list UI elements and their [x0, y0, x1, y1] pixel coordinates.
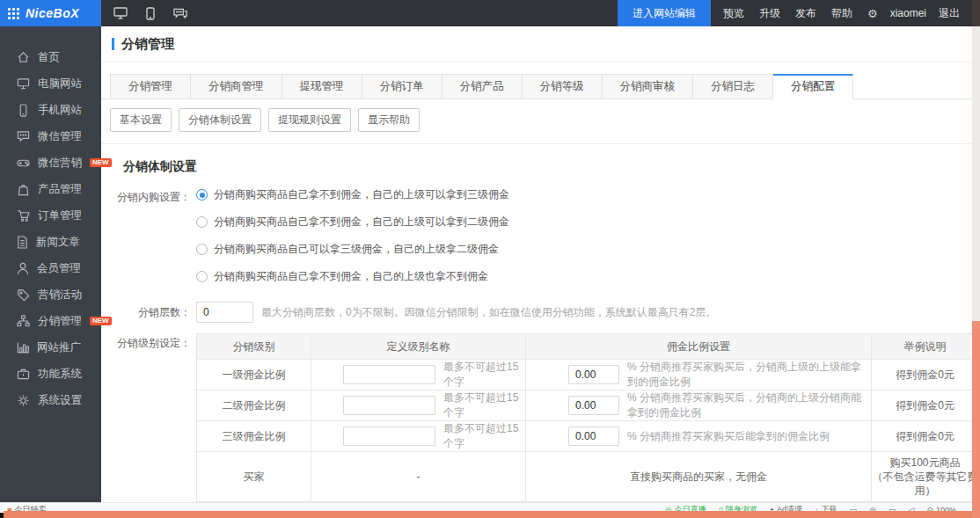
main-content: 分销管理 分销管理 分销商管理 提现管理 分销订单 分销产品 分销等级 分销商审…: [101, 26, 972, 502]
level1-rate-input[interactable]: [568, 365, 619, 384]
distribution-system-settings-button[interactable]: 分销体制设置: [179, 108, 261, 132]
system-section-title: 分销体制设置: [123, 159, 972, 175]
app-logo[interactable]: NiceBoX: [0, 0, 101, 26]
tag-icon: [17, 288, 30, 302]
level2-rate-input[interactable]: [568, 396, 619, 415]
sidebar-item-wechat-mgmt[interactable]: 微信管理: [0, 123, 101, 150]
col-header-name: 定义级别名称: [311, 334, 526, 360]
distribution-system-form: 分销内购设置： 分销商购买商品自己拿不到佣金，自己的上级可以拿到三级佣金 分销商…: [101, 187, 972, 502]
sidebar-item-order-mgmt[interactable]: 订单管理: [0, 202, 101, 229]
tab-distribution-levels[interactable]: 分销等级: [523, 74, 603, 99]
monitor-icon: [17, 77, 30, 90]
levels-hint: 最大分销商层数，0为不限制。因微信分销限制，如在微信使用分销功能，系统默认最高只…: [261, 305, 716, 320]
grade-setting-row: 分销级别设定： 分销级别 定义级别名称 佣金比例设置 举例说明 一级佣金比例 最…: [108, 333, 972, 502]
sidebar-item-marketing-activity[interactable]: 营销活动: [0, 281, 101, 308]
radio-group: 分销商购买商品自己拿不到佣金，自己的上级可以拿到三级佣金 分销商购买商品自己拿不…: [196, 187, 509, 296]
help-link[interactable]: 帮助: [831, 6, 852, 21]
upgrade-link[interactable]: 升级: [759, 6, 780, 21]
sidebar-item-site-promotion[interactable]: 网站推广: [0, 334, 101, 361]
shopping-bag-icon: [17, 183, 30, 196]
page-title-row: 分销管理: [101, 26, 972, 62]
bottom-orange-bar: [4, 511, 972, 518]
table-header-row: 分销级别 定义级别名称 佣金比例设置 举例说明: [197, 334, 973, 360]
preview-link[interactable]: 预览: [723, 6, 744, 21]
tab-distribution-orders[interactable]: 分销订单: [362, 74, 442, 99]
user-area: xiaomei 退出: [890, 0, 972, 26]
tab-distribution-products[interactable]: 分销产品: [442, 74, 523, 99]
sitemap-icon: [17, 315, 30, 327]
page-title: 分销管理: [121, 36, 174, 53]
new-badge: NEW: [90, 317, 112, 325]
radio-selected-icon[interactable]: [196, 189, 208, 201]
sidebar-item-function-system[interactable]: 功能系统: [0, 361, 101, 387]
withdrawal-rules-settings-button[interactable]: 提现规则设置: [268, 108, 351, 132]
radio-option-1[interactable]: 分销商购买商品自己拿不到佣金，自己的上级可以拿到三级佣金: [196, 187, 509, 202]
subtabs-row: 基本设置 分销体制设置 提现规则设置 显示帮助: [101, 99, 972, 132]
home-icon: [17, 51, 30, 63]
radio-option-4[interactable]: 分销商购买商品自己拿不到佣金，自己的上级也拿不到佣金: [196, 269, 509, 284]
internal-purchase-row: 分销内购设置： 分销商购买商品自己拿不到佣金，自己的上级可以拿到三级佣金 分销商…: [108, 187, 972, 296]
grade-label: 分销级别设定：: [108, 333, 191, 351]
table-row-level3: 三级佣金比例 最多不可超过15个字 % 分销商推荐买家购买后能拿到的佣金比例 得…: [197, 421, 973, 452]
publish-link[interactable]: 发布: [795, 6, 816, 21]
level1-name-input[interactable]: [343, 365, 435, 384]
tab-distribution-config[interactable]: 分销配置: [773, 74, 853, 99]
basic-settings-button[interactable]: 基本设置: [110, 108, 172, 132]
level3-example: 得到佣金0元: [872, 421, 973, 452]
levels-input[interactable]: [196, 302, 253, 323]
logout-link[interactable]: 退出: [939, 6, 960, 21]
sidebar-item-wechat-marketing[interactable]: 微信营销 NEW: [0, 150, 101, 176]
level2-example: 得到佣金0元: [872, 390, 973, 421]
radio-unselected-icon[interactable]: [196, 244, 208, 255]
table-row-level2: 二级佣金比例 最多不可超过15个字 % 分销商推荐买家购买后，分销商的上级分销商…: [197, 390, 973, 421]
gear-icon: [17, 394, 30, 407]
divider: [101, 143, 972, 144]
table-row-level1: 一级佣金比例 最多不可超过15个字 % 分销商推荐买家购买后，分销商上级的上级能…: [197, 360, 973, 390]
tab-withdrawal-mgmt[interactable]: 提现管理: [282, 74, 362, 99]
apps-grid-icon[interactable]: [8, 8, 19, 19]
sidebar-item-member-mgmt[interactable]: 会员管理: [0, 255, 101, 281]
username[interactable]: xiaomei: [890, 7, 926, 19]
device-switcher: [101, 0, 187, 26]
col-header-level: 分销级别: [197, 334, 311, 360]
sidebar: 首页 电脑网站 手机网站 微信管理 微信营销 NEW 产品管理 订单管理 新闻文…: [0, 26, 101, 503]
radio-unselected-icon[interactable]: [196, 216, 208, 228]
level2-name-input[interactable]: [343, 396, 435, 415]
smartphone-icon: [17, 104, 30, 117]
internal-purchase-label: 分销内购设置：: [108, 187, 191, 205]
briefcase-icon: [17, 368, 30, 380]
new-badge: NEW: [90, 158, 112, 167]
levels-label: 分销层数：: [108, 305, 191, 320]
level3-rate-input[interactable]: [568, 427, 619, 446]
desktop-site-icon[interactable]: [113, 6, 128, 20]
mobile-site-icon[interactable]: [143, 6, 157, 20]
wechat-chat-icon[interactable]: [173, 6, 187, 20]
header-right: 进入网站编辑 预览 升级 发布 帮助 ⚙ xiaomei 退出: [618, 0, 972, 26]
col-header-example: 举例说明: [872, 334, 973, 360]
document-icon: [17, 236, 28, 249]
sidebar-item-mobile-site[interactable]: 手机网站: [0, 97, 101, 123]
level3-name-input[interactable]: [343, 427, 435, 446]
tab-distributor-mgmt[interactable]: 分销商管理: [191, 74, 282, 99]
person-icon: [17, 262, 29, 275]
sidebar-item-news-articles[interactable]: 新闻文章: [0, 229, 101, 255]
level1-example: 得到佣金0元: [872, 360, 973, 390]
tab-distribution-logs[interactable]: 分销日志: [693, 74, 773, 99]
sidebar-item-product-mgmt[interactable]: 产品管理: [0, 176, 101, 202]
tab-distributor-review[interactable]: 分销商审核: [603, 74, 694, 99]
settings-gear-icon[interactable]: ⚙: [867, 7, 878, 20]
sidebar-item-distribution-mgmt[interactable]: 分销管理 NEW: [0, 308, 101, 334]
enter-site-editor-button[interactable]: 进入网站编辑: [618, 0, 711, 26]
sidebar-item-home[interactable]: 首页: [0, 44, 101, 70]
show-help-button[interactable]: 显示帮助: [358, 108, 420, 132]
gamepad-icon: [17, 157, 30, 169]
right-edge-strip: [972, 0, 980, 518]
radio-option-3[interactable]: 分销商购买商品自己可以拿三级佣金，自己的上级拿二级佣金: [196, 242, 509, 257]
cart-icon: [17, 209, 30, 223]
sidebar-item-system-settings[interactable]: 系统设置: [0, 387, 101, 413]
tab-distribution-mgmt[interactable]: 分销管理: [110, 74, 191, 99]
radio-option-2[interactable]: 分销商购买商品自己拿不到佣金，自己的上级可以拿到二级佣金: [196, 215, 509, 230]
sidebar-item-pc-site[interactable]: 电脑网站: [0, 70, 101, 97]
radio-unselected-icon[interactable]: [196, 271, 208, 282]
title-accent-bar: [112, 38, 114, 50]
